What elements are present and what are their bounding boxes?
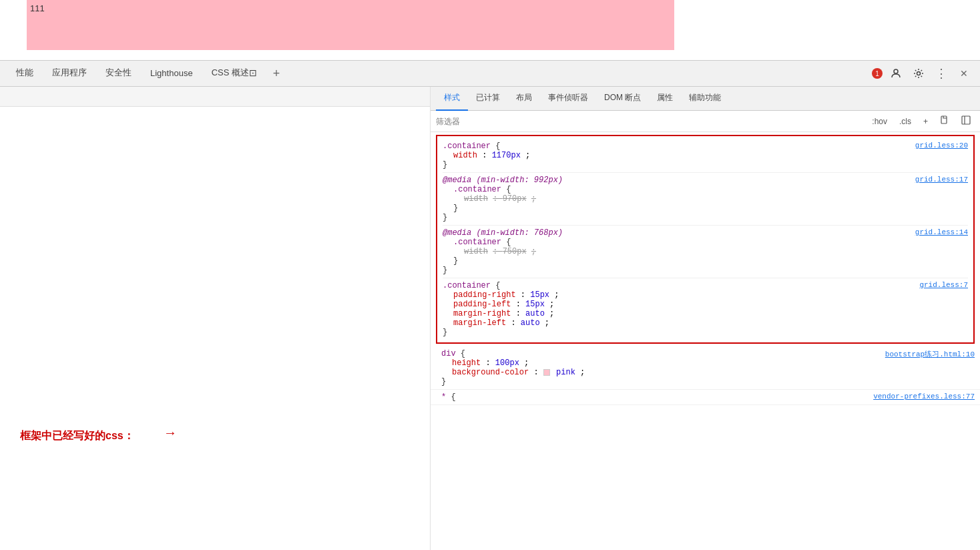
framework-css-annotation: 框架中已经写好的css： bbox=[20, 429, 134, 443]
hov-button[interactable]: :hov bbox=[868, 115, 891, 127]
tab-app[interactable]: 应用程序 bbox=[43, 60, 96, 87]
css-rule-1: .container { grid.less:20 width : 1170px… bbox=[443, 139, 968, 173]
devtools-action-buttons: 1 ⋮ ✕ bbox=[872, 64, 973, 83]
more-options-icon[interactable]: ⋮ bbox=[932, 64, 951, 83]
tab-css-overview[interactable]: CSS 概述 ⊡ bbox=[202, 60, 266, 87]
preview-number: 111 bbox=[30, 3, 45, 13]
tab-computed[interactable]: 已计算 bbox=[468, 87, 508, 111]
toggle-sidebar-button[interactable] bbox=[957, 114, 975, 128]
css-rule-2: @media (min-width: 992px) grid.less:17 .… bbox=[443, 173, 968, 226]
container-rules-highlighted: .container { grid.less:20 width : 1170px… bbox=[436, 135, 975, 344]
svg-rect-3 bbox=[962, 116, 970, 124]
source-3[interactable]: grid.less:14 bbox=[915, 228, 968, 236]
css-rule-3: @media (min-width: 768px) grid.less:14 .… bbox=[443, 226, 968, 278]
color-swatch-pink[interactable] bbox=[543, 369, 550, 376]
new-stylesheet-button[interactable] bbox=[936, 114, 953, 128]
source-4[interactable]: grid.less:7 bbox=[919, 281, 968, 289]
right-panel: 样式 已计算 布局 事件侦听器 DOM 断点 属性 辅助功能 :hov .cls… bbox=[431, 87, 980, 550]
source-5[interactable]: bootstrap练习.html:10 bbox=[885, 349, 975, 359]
css-rule-6: * { vendor-prefixes.less:77 bbox=[431, 390, 980, 405]
person-icon[interactable] bbox=[887, 64, 905, 83]
svg-rect-2 bbox=[941, 116, 947, 123]
selector-6: * bbox=[441, 392, 446, 402]
at-rule-2: @media (min-width: 992px) bbox=[443, 176, 563, 185]
filter-bar: :hov .cls + bbox=[431, 111, 980, 132]
tab-styles[interactable]: 样式 bbox=[436, 87, 468, 111]
cls-button[interactable]: .cls bbox=[895, 115, 915, 127]
selector-1: .container bbox=[443, 142, 491, 151]
tab-dom-breakpoints[interactable]: DOM 断点 bbox=[596, 87, 649, 111]
close-devtools-icon[interactable]: ✕ bbox=[955, 64, 973, 83]
source-1[interactable]: grid.less:20 bbox=[915, 142, 968, 150]
preview-pink-box bbox=[27, 0, 674, 50]
error-count: 1 bbox=[872, 68, 883, 79]
filter-input[interactable] bbox=[436, 113, 868, 129]
source-6[interactable]: vendor-prefixes.less:77 bbox=[873, 392, 975, 400]
selector-4: .container bbox=[443, 281, 491, 290]
tab-event-listeners[interactable]: 事件侦听器 bbox=[540, 87, 596, 111]
tab-accessibility[interactable]: 辅助功能 bbox=[681, 87, 729, 111]
error-badge: 1 bbox=[872, 68, 883, 79]
add-style-button[interactable]: + bbox=[919, 115, 932, 127]
tab-layout[interactable]: 布局 bbox=[508, 87, 540, 111]
annotation-arrow: → bbox=[164, 425, 177, 441]
tab-security[interactable]: 安全性 bbox=[96, 60, 141, 87]
element-breadcrumb-bar bbox=[0, 87, 430, 107]
at-rule-3: @media (min-width: 768px) bbox=[443, 228, 563, 238]
svg-point-1 bbox=[917, 72, 921, 75]
tab-add-button[interactable]: + bbox=[266, 60, 286, 87]
tab-properties[interactable]: 属性 bbox=[649, 87, 681, 111]
css-rule-4: .container { grid.less:7 padding-right :… bbox=[443, 278, 968, 340]
settings-icon[interactable] bbox=[909, 64, 928, 83]
filter-action-buttons: :hov .cls + bbox=[868, 114, 975, 128]
css-overview-icon: ⊡ bbox=[249, 67, 257, 78]
tab-lighthouse[interactable]: Lighthouse bbox=[141, 60, 202, 87]
styles-subtabs: 样式 已计算 布局 事件侦听器 DOM 断点 属性 辅助功能 bbox=[431, 87, 980, 111]
selector-5: div bbox=[441, 349, 456, 358]
css-rules-panel: .container { grid.less:20 width : 1170px… bbox=[431, 132, 980, 550]
svg-point-0 bbox=[894, 69, 898, 73]
main-content: 框架中已经写好的css： → 样式 已计算 布局 事件侦听器 DOM 断点 属性… bbox=[0, 87, 980, 550]
tab-perf[interactable]: 性能 bbox=[7, 60, 43, 87]
source-2[interactable]: grid.less:17 bbox=[915, 176, 968, 184]
css-rule-5: div { bootstrap练习.html:10 height : 100px… bbox=[431, 346, 980, 390]
preview-area: 111 bbox=[0, 0, 980, 60]
devtools-tabbar: 性能 应用程序 安全性 Lighthouse CSS 概述 ⊡ + 1 ⋮ ✕ bbox=[0, 60, 980, 87]
left-panel: 框架中已经写好的css： → bbox=[0, 87, 431, 550]
